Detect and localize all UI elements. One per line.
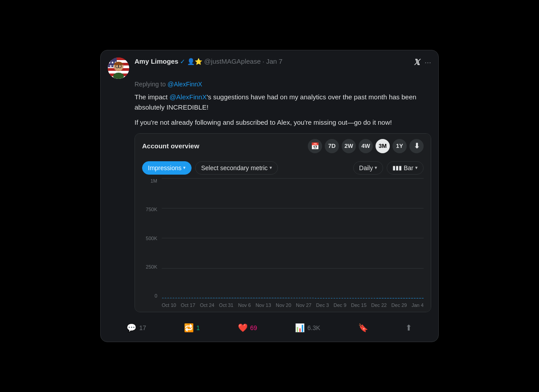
frequency-chevron-icon: ▾ xyxy=(375,165,377,171)
7d-button[interactable]: 7D xyxy=(325,139,339,153)
x-label-dec29: Dec 29 xyxy=(392,302,407,308)
chart-type-chevron-icon: ▾ xyxy=(415,165,418,171)
views-icon: 📊 xyxy=(295,323,305,333)
chart-type-dropdown[interactable]: ▮▮▮ Bar ▾ xyxy=(387,161,424,175)
primary-metric-label: Impressions xyxy=(148,164,181,172)
tweet-card: ★★★ ★★ Amy Limoges ✓ 👤⭐ @ju xyxy=(100,50,439,342)
x-labels: Oct 10 Oct 17 Oct 24 Oct 31 Nov 6 Nov 13… xyxy=(162,302,424,308)
1y-button[interactable]: 1Y xyxy=(392,139,407,153)
author-name: Amy Limoges xyxy=(135,57,178,65)
tweet-footer: 💬 17 🔁 1 ❤️ 69 📊 6.3K 🔖 ⬆ xyxy=(108,318,431,335)
y-axis: 1M 750K 500K 250K 0 xyxy=(142,178,160,298)
more-options-button[interactable]: ··· xyxy=(425,58,431,67)
reply-icon: 💬 xyxy=(127,323,136,333)
x-label-nov20: Nov 20 xyxy=(276,302,291,308)
reply-mention[interactable]: @AlexFinnX xyxy=(167,81,202,88)
author-info: Amy Limoges ✓ 👤⭐ @justMAGAplease · Jan 7 xyxy=(135,57,408,65)
affiliate-icon: 👤⭐ xyxy=(187,58,202,65)
tweet-paragraph-2: If you're not already following and subs… xyxy=(135,118,431,128)
x-label-oct10: Oct 10 xyxy=(162,302,176,308)
calendar-button[interactable]: 📅 xyxy=(308,139,322,153)
x-label-oct17: Oct 17 xyxy=(181,302,195,308)
retweet-count: 1 xyxy=(196,324,200,331)
tweet-paragraph-1: The impact @AlexFinnX's suggestions have… xyxy=(135,92,431,112)
y-label-250k: 250K xyxy=(142,264,160,270)
tweet-body: The impact @AlexFinnX's suggestions have… xyxy=(108,92,431,128)
retweet-icon: 🔁 xyxy=(184,323,194,333)
like-action[interactable]: ❤️ 69 xyxy=(238,323,257,333)
bookmark-action[interactable]: 🔖 xyxy=(358,323,368,333)
reply-count: 17 xyxy=(139,324,146,331)
chart-controls-right: Daily ▾ ▮▮▮ Bar ▾ xyxy=(353,161,424,175)
x-label-oct31: Oct 31 xyxy=(219,302,233,308)
frequency-dropdown[interactable]: Daily ▾ xyxy=(353,161,383,175)
heart-icon: ❤️ xyxy=(238,323,248,333)
bars-container xyxy=(162,178,424,298)
reply-to-line: Replying to @AlexFinnX xyxy=(108,81,431,88)
bookmark-icon: 🔖 xyxy=(358,323,368,333)
author-line: Amy Limoges ✓ 👤⭐ @justMAGAplease · Jan 7 xyxy=(135,57,408,65)
views-action[interactable]: 📊 6.3K xyxy=(295,323,320,333)
bar-chart-icon: ▮▮▮ xyxy=(392,164,402,171)
x-label-dec15: Dec 15 xyxy=(351,302,367,308)
verified-icon: ✓ xyxy=(180,58,185,65)
tweet-date: Jan 7 xyxy=(266,57,282,65)
x-label-dec9: Dec 9 xyxy=(334,302,347,308)
time-buttons: 📅 7D 2W 4W 3M 1Y ⬇ xyxy=(308,139,424,153)
x-label-jan4: Jan 4 xyxy=(412,302,424,308)
avatar: ★★★ ★★ xyxy=(108,57,129,79)
reply-action[interactable]: 💬 17 xyxy=(127,323,146,333)
chart-title: Account overview xyxy=(142,142,199,150)
x-label-oct24: Oct 24 xyxy=(200,302,214,308)
author-handle: @justMAGAplease xyxy=(204,57,261,65)
secondary-metric-chevron-icon: ▾ xyxy=(270,165,272,171)
chart-inner: 1M 750K 500K 250K 0 xyxy=(142,178,424,312)
4w-button[interactable]: 4W xyxy=(359,139,373,153)
y-label-500k: 500K xyxy=(142,236,160,241)
chart-area: 1M 750K 500K 250K 0 xyxy=(135,178,431,312)
x-label-dec22: Dec 22 xyxy=(371,302,387,308)
x-label-nov6: Nov 6 xyxy=(238,302,251,308)
frequency-label: Daily xyxy=(359,164,373,172)
secondary-metric-dropdown[interactable]: Select secondary metric ▾ xyxy=(195,161,278,175)
tweet-header-right: 𝕏 ··· xyxy=(413,57,431,67)
y-label-0: 0 xyxy=(142,293,160,298)
chart-card: Account overview 📅 7D 2W 4W 3M 1Y ⬇ Impr… xyxy=(135,133,431,312)
chart-controls-left: Impressions ▾ Select secondary metric ▾ xyxy=(142,161,278,175)
retweet-action[interactable]: 🔁 1 xyxy=(184,323,200,333)
chart-type-label: Bar xyxy=(404,164,413,172)
primary-metric-dropdown[interactable]: Impressions ▾ xyxy=(142,161,192,175)
dot-separator: · xyxy=(262,57,264,65)
mention-alexfinnx-1[interactable]: @AlexFinnX xyxy=(169,93,207,101)
like-count: 69 xyxy=(250,324,257,331)
download-button[interactable]: ⬇ xyxy=(409,139,424,153)
secondary-metric-label: Select secondary metric xyxy=(201,164,267,172)
x-label-dec3: Dec 3 xyxy=(316,302,329,308)
y-label-1m: 1M xyxy=(142,178,160,184)
y-label-750k: 750K xyxy=(142,207,160,212)
x-label-nov27: Nov 27 xyxy=(296,302,311,308)
tweet-header: ★★★ ★★ Amy Limoges ✓ 👤⭐ @ju xyxy=(108,57,431,79)
2w-button[interactable]: 2W xyxy=(342,139,356,153)
views-count: 6.3K xyxy=(307,324,320,331)
share-icon: ⬆ xyxy=(405,323,412,333)
chart-controls: Impressions ▾ Select secondary metric ▾ … xyxy=(135,158,431,178)
share-action[interactable]: ⬆ xyxy=(405,323,412,333)
primary-metric-chevron-icon: ▾ xyxy=(183,165,186,171)
x-logo: 𝕏 xyxy=(413,57,420,67)
3m-button[interactable]: 3M xyxy=(376,139,390,153)
x-axis: Oct 10 Oct 17 Oct 24 Oct 31 Nov 6 Nov 13… xyxy=(162,298,424,312)
x-label-nov13: Nov 13 xyxy=(256,302,271,308)
chart-header: Account overview 📅 7D 2W 4W 3M 1Y ⬇ xyxy=(135,134,431,158)
